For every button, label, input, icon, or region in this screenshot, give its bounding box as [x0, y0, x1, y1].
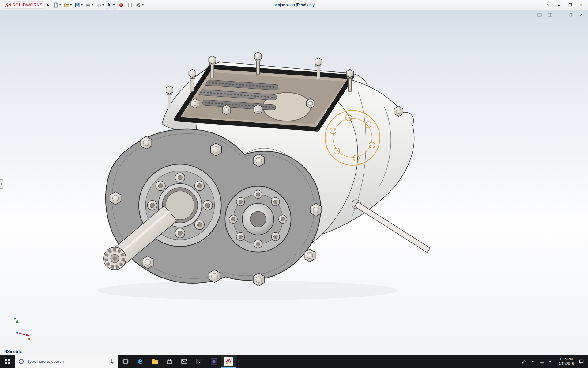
print-button[interactable]: [85, 1, 94, 9]
document-restore-button[interactable]: [568, 12, 573, 17]
mail-button[interactable]: [177, 355, 192, 368]
solidworks-window: ƷS SOLID WORKS ▶: [0, 0, 588, 368]
store-bag-icon: [166, 358, 173, 365]
triad-x-label: X: [28, 337, 31, 341]
dropdown-arrow-icon[interactable]: [59, 4, 61, 6]
minimize-button[interactable]: –: [554, 1, 565, 9]
document-title: menjac sklop [Read-only]: [273, 3, 315, 7]
terminal-button[interactable]: [192, 355, 206, 368]
network-icon[interactable]: [537, 355, 547, 368]
mail-envelope-icon: [181, 358, 188, 365]
pane-left-icon[interactable]: [537, 12, 542, 17]
save-button[interactable]: [74, 1, 84, 9]
dropdown-arrow-icon[interactable]: [92, 4, 93, 6]
menu-expander-arrow[interactable]: ▶: [47, 3, 49, 6]
windows-logo-icon: [5, 359, 10, 364]
new-document-button[interactable]: [52, 1, 62, 9]
select-cursor-icon: [107, 2, 112, 7]
select-tool-button[interactable]: [106, 1, 116, 9]
edge-button[interactable]: e: [133, 355, 148, 368]
gearbox-3d-model[interactable]: [0, 10, 588, 355]
undo-icon: [96, 2, 101, 8]
clock-date: 7/11/2018: [559, 362, 574, 366]
file-explorer-icon: [151, 358, 159, 365]
dassault-ds-icon: ƷS: [5, 2, 11, 8]
window-controls: ? – ×: [543, 1, 587, 9]
feature-panel-flyout-tab[interactable]: [0, 179, 3, 189]
document-window-controls: – ×: [537, 12, 584, 17]
new-document-icon: [53, 2, 58, 8]
titlebar: ƷS SOLID WORKS ▶: [0, 0, 588, 10]
quick-access-toolbar: [52, 1, 145, 9]
store-button[interactable]: [162, 355, 177, 368]
dropdown-arrow-icon[interactable]: [70, 4, 72, 6]
task-view-icon: [123, 358, 129, 365]
volume-icon[interactable]: [547, 355, 556, 368]
taskbar-clock[interactable]: 1:03 PM 7/11/2018: [556, 355, 577, 368]
orientation-triad-icon: Y X: [6, 315, 33, 342]
solidworks-2017-icon: SW 2017: [224, 357, 233, 366]
clock-time: 1:03 PM: [560, 357, 573, 362]
edge-icon: e: [138, 357, 142, 366]
dropdown-arrow-icon[interactable]: [102, 4, 104, 6]
show-desktop-button[interactable]: [586, 355, 588, 368]
document-minimize-button[interactable]: –: [558, 12, 563, 17]
dropdown-arrow-icon[interactable]: [142, 4, 144, 6]
maximize-button[interactable]: [565, 1, 576, 9]
search-input[interactable]: [15, 355, 118, 368]
open-button[interactable]: [63, 1, 73, 9]
start-button[interactable]: [0, 355, 15, 368]
help-button[interactable]: ?: [543, 1, 554, 9]
hidden-icons-chevron[interactable]: [528, 355, 537, 368]
terminal-icon: [196, 358, 203, 365]
save-floppy-icon: [75, 2, 80, 8]
file-properties-button[interactable]: [126, 1, 134, 9]
cortana-icon: [18, 358, 24, 365]
appearance-button[interactable]: [117, 1, 125, 9]
brand-solid-text: SOLID: [12, 2, 26, 7]
dropdown-arrow-icon[interactable]: [81, 4, 83, 6]
action-center-icon[interactable]: [577, 355, 586, 368]
appearance-sphere-icon: [119, 3, 123, 7]
options-button[interactable]: [135, 1, 145, 9]
undo-button[interactable]: [95, 1, 105, 9]
graphics-area: – × Y X *Dimetric: [0, 10, 588, 355]
windows-taskbar: e SW 2017: [0, 355, 588, 368]
brand-works-text: WORKS: [26, 2, 43, 7]
task-view-button[interactable]: [118, 355, 133, 368]
dropdown-arrow-icon[interactable]: [113, 4, 115, 6]
purple-app-button[interactable]: [206, 355, 221, 368]
triad-y-label: Y: [14, 317, 16, 321]
restore-icon: [568, 3, 572, 7]
gear-icon: [136, 2, 141, 8]
document-close-button[interactable]: ×: [579, 12, 584, 17]
file-explorer-button[interactable]: [148, 355, 162, 368]
view-orientation-label: *Dimetric: [4, 349, 22, 354]
solidworks-logo: ƷS SOLID WORKS: [3, 1, 45, 9]
close-button[interactable]: ×: [576, 1, 587, 9]
taskbar-search: [15, 355, 118, 368]
print-icon: [85, 2, 91, 8]
open-folder-icon: [64, 2, 69, 8]
purple-app-icon: [210, 358, 217, 365]
microphone-icon[interactable]: [110, 359, 115, 364]
file-properties-icon: [127, 2, 133, 8]
solidworks-2017-button[interactable]: SW 2017: [221, 355, 236, 368]
pen-tray-icon[interactable]: [519, 355, 528, 368]
pane-right-icon[interactable]: [548, 12, 552, 17]
system-tray: 1:03 PM 7/11/2018: [519, 355, 588, 368]
